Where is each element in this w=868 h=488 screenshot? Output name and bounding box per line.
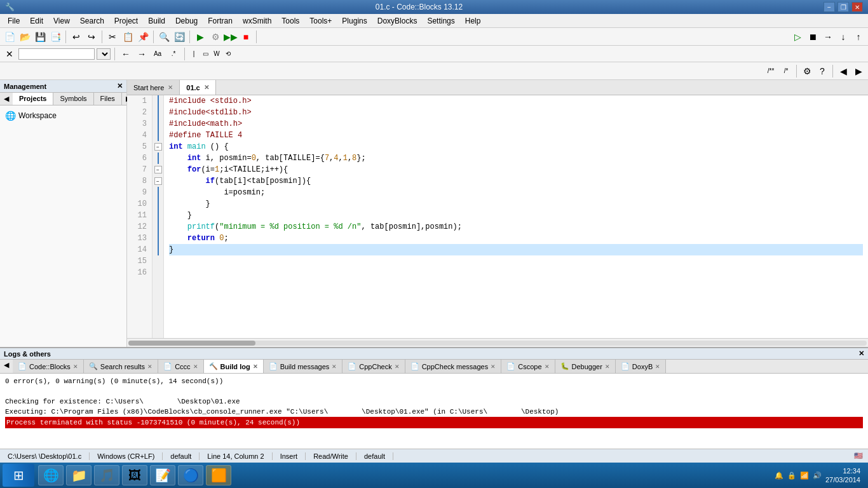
logs-tab-debugger[interactable]: 🐛 Debugger ✕ (555, 360, 616, 373)
logs-tab-cppcheck-msg[interactable]: 📄 CppCheck messages ✕ (405, 360, 502, 373)
search-word[interactable]: W (212, 47, 222, 61)
menu-edit[interactable]: Edit (25, 15, 48, 27)
tb-debug-run[interactable]: ▷ (790, 30, 804, 44)
menu-build[interactable]: Build (143, 15, 170, 27)
tab-start-here[interactable]: Start here ✕ (127, 80, 180, 95)
menu-debug[interactable]: Debug (170, 15, 203, 27)
tb-redo[interactable]: ↪ (85, 30, 98, 44)
menu-tools-plus[interactable]: Tools+ (304, 15, 337, 27)
tb-new[interactable]: 📄 (3, 30, 17, 44)
logs-tab-codeblocks[interactable]: 📄 Code::Blocks ✕ (13, 360, 84, 373)
menu-help[interactable]: Help (460, 15, 486, 27)
logs-tab-buildmsg-close[interactable]: ✕ (332, 363, 337, 370)
logs-tab-cppcheck[interactable]: 📄 CppCheck ✕ (342, 360, 405, 373)
tb-undo[interactable]: ↩ (69, 30, 83, 44)
tb-open[interactable]: 📂 (18, 30, 32, 44)
close-button[interactable]: ✕ (851, 2, 863, 12)
taskbar-app-media[interactable]: 🎵 (94, 465, 119, 485)
tb-debug-next[interactable]: → (821, 30, 835, 44)
tb-debug-step[interactable]: ↓ (836, 30, 850, 44)
taskbar-app-unknown2[interactable]: 📝 (150, 465, 175, 485)
logs-tab-cccc-close[interactable]: ✕ (193, 363, 198, 370)
tb-save-all[interactable]: 📑 (48, 30, 62, 44)
taskbar-app-chrome[interactable]: 🔵 (178, 465, 203, 485)
fold-if[interactable]: − (154, 177, 162, 185)
menu-fortran[interactable]: Fortran (203, 15, 238, 27)
menu-wxsmith[interactable]: wxSmith (238, 15, 276, 27)
search-select[interactable]: ▭ (200, 47, 210, 61)
tab-file[interactable]: 01.c ✕ (180, 80, 215, 95)
logs-tab-codeblocks-close[interactable]: ✕ (73, 363, 78, 370)
logs-tab-cscope[interactable]: 📄 Cscope ✕ (501, 360, 555, 373)
tb-cut[interactable]: ✂ (105, 30, 119, 44)
scroll-track[interactable] (128, 341, 867, 346)
tb-save[interactable]: 💾 (33, 30, 47, 44)
menu-doxyblocks[interactable]: DoxyBlocks (372, 15, 423, 27)
tab-files[interactable]: Files (94, 93, 122, 105)
tb-stop[interactable]: ■ (239, 30, 253, 44)
search-cursor[interactable]: | (189, 47, 199, 61)
horizontal-scrollbar[interactable] (127, 338, 868, 347)
logs-tab-doxyb[interactable]: 📄 DoxyB ✕ (616, 360, 666, 373)
search-wrap[interactable]: ⟲ (223, 47, 233, 61)
tb-build-run[interactable]: ▶▶ (224, 30, 238, 44)
tb-prev[interactable]: ◀ (836, 64, 850, 78)
fold-for[interactable]: − (154, 166, 162, 173)
taskbar-app-unknown1[interactable]: 🖼 (122, 465, 147, 485)
tb-replace[interactable]: 🔄 (172, 30, 186, 44)
tb-debug-out[interactable]: ↑ (851, 30, 865, 44)
fold-main[interactable]: − (154, 143, 162, 151)
menu-file[interactable]: File (3, 15, 25, 27)
taskbar-app-ie[interactable]: 🌐 (38, 465, 64, 485)
tab-projects[interactable]: Projects (13, 93, 53, 105)
logs-tab-cppcheckm-close[interactable]: ✕ (491, 363, 496, 370)
menu-plugins[interactable]: Plugins (337, 15, 372, 27)
menu-view[interactable]: View (48, 15, 75, 27)
logs-tab-buildmsg[interactable]: 📄 Build messages ✕ (264, 360, 343, 373)
restore-button[interactable]: ❐ (837, 2, 849, 12)
menu-search[interactable]: Search (75, 15, 109, 27)
workspace-item[interactable]: 🌐 Workspace (4, 109, 123, 122)
tb-settings2[interactable]: ⚙ (800, 64, 814, 78)
tb-next-nav[interactable]: ▶ (851, 64, 865, 78)
start-button[interactable]: ⊞ (3, 464, 34, 487)
search-match-case[interactable]: Aa (151, 47, 165, 61)
taskbar-app-unknown3[interactable]: 🟧 (206, 465, 231, 485)
logs-tab-buildlog-close[interactable]: ✕ (253, 363, 258, 370)
logs-tab-cccc[interactable]: 📄 Cccc ✕ (158, 360, 203, 373)
tb-find[interactable]: 🔍 (157, 30, 171, 44)
minimize-button[interactable]: − (824, 2, 835, 12)
tb-run[interactable]: ▶ (193, 30, 207, 44)
logs-close[interactable]: ✕ (858, 349, 864, 358)
tab-start-close[interactable]: ✕ (168, 84, 173, 91)
search-regex[interactable]: .* (166, 47, 180, 61)
logs-tab-cscope-close[interactable]: ✕ (545, 363, 550, 370)
tb-build[interactable]: ⚙ (208, 30, 222, 44)
clock[interactable]: 12:34 27/03/2014 (825, 466, 860, 484)
logs-tab-cppcheck-close[interactable]: ✕ (395, 363, 400, 370)
menu-project[interactable]: Project (109, 15, 143, 27)
logs-tab-debugger-close[interactable]: ✕ (605, 363, 610, 370)
menu-settings[interactable]: Settings (422, 15, 459, 27)
search-clear[interactable]: ✕ (3, 47, 17, 61)
tab-file-close[interactable]: ✕ (204, 84, 209, 91)
tb-help2[interactable]: ? (815, 64, 829, 78)
logs-tab-search-close[interactable]: ✕ (147, 363, 153, 370)
search-dropdown[interactable] (97, 48, 111, 60)
search-next[interactable]: → (135, 47, 149, 61)
taskbar-app-explorer[interactable]: 📁 (66, 465, 92, 485)
scroll-thumb[interactable] (128, 341, 255, 346)
tb-comment[interactable]: /** (764, 64, 778, 78)
tb-paste[interactable]: 📌 (136, 30, 150, 44)
tb-debug-stop[interactable]: ⏹ (806, 30, 820, 44)
logs-tab-buildlog[interactable]: 🔨 Build log ✕ (204, 360, 264, 373)
logs-tab-prev[interactable]: ◀ (0, 360, 13, 373)
tb-uncomment[interactable]: /* (779, 64, 793, 78)
search-prev[interactable]: ← (119, 47, 133, 61)
tab-symbols[interactable]: Symbols (53, 93, 93, 105)
search-input[interactable] (18, 48, 95, 60)
menu-tools[interactable]: Tools (276, 15, 304, 27)
tb-copy[interactable]: 📋 (121, 30, 135, 44)
logs-tab-doxyb-close[interactable]: ✕ (655, 363, 660, 370)
management-close[interactable]: ✕ (117, 82, 123, 90)
